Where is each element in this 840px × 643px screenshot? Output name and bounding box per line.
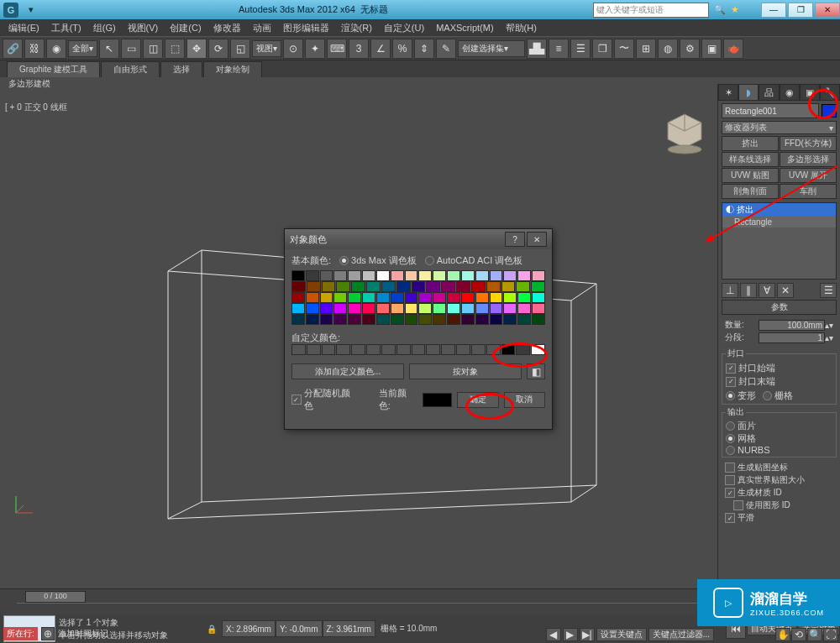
tab-paint[interactable]: 对象绘制 bbox=[203, 61, 262, 77]
color-swatch[interactable] bbox=[447, 303, 460, 314]
color-swatch[interactable] bbox=[320, 292, 333, 303]
viewcube[interactable] bbox=[659, 107, 710, 158]
stack-item-rectangle[interactable]: Rectangle bbox=[722, 217, 836, 227]
setkey-button[interactable]: 设置关键点 bbox=[596, 628, 647, 641]
color-swatch[interactable] bbox=[426, 281, 440, 292]
color-swatch[interactable] bbox=[391, 314, 404, 325]
color-swatch[interactable] bbox=[490, 270, 503, 281]
color-swatch[interactable] bbox=[307, 281, 321, 292]
edit-selset-icon[interactable]: ✎ bbox=[436, 39, 456, 59]
select-name-icon[interactable]: ▭ bbox=[121, 39, 141, 59]
color-swatch[interactable] bbox=[291, 270, 305, 281]
custom-swatch[interactable] bbox=[441, 344, 455, 355]
custom-swatch[interactable] bbox=[456, 344, 470, 355]
color-swatch[interactable] bbox=[320, 303, 333, 314]
color-swatch[interactable] bbox=[412, 281, 426, 292]
zoom-icon[interactable]: 🔍 bbox=[807, 628, 822, 641]
color-swatch[interactable] bbox=[501, 281, 516, 292]
color-swatch[interactable] bbox=[306, 270, 319, 281]
morph-radio[interactable] bbox=[726, 391, 735, 400]
pan-icon[interactable]: ✋ bbox=[775, 628, 790, 641]
schematic-icon[interactable]: ⊞ bbox=[636, 39, 656, 59]
color-swatch[interactable] bbox=[348, 292, 361, 303]
snap-angle-icon[interactable]: ∠ bbox=[370, 39, 391, 59]
color-swatch[interactable] bbox=[333, 292, 347, 303]
custom-swatch[interactable] bbox=[412, 344, 426, 355]
rollout-parameters[interactable]: 参数 bbox=[722, 300, 837, 315]
color-swatch[interactable] bbox=[447, 292, 460, 303]
ref-coord[interactable]: 视图 ▾ bbox=[252, 40, 281, 57]
color-swatch[interactable] bbox=[291, 314, 305, 325]
menu-组(G)[interactable]: 组(G) bbox=[88, 21, 121, 35]
custom-swatch[interactable] bbox=[501, 344, 516, 355]
color-swatch[interactable] bbox=[362, 292, 375, 303]
rotate-icon[interactable]: ⟳ bbox=[208, 39, 228, 59]
modbtn[interactable]: UVW 贴图 bbox=[722, 168, 779, 183]
color-swatch[interactable] bbox=[291, 281, 306, 292]
link-icon[interactable]: 🔗 bbox=[3, 39, 23, 59]
color-swatch[interactable] bbox=[433, 314, 446, 325]
color-swatch[interactable] bbox=[405, 292, 418, 303]
modbtn[interactable]: 挤出 bbox=[722, 136, 779, 151]
custom-swatch[interactable] bbox=[471, 344, 486, 355]
color-swatch[interactable] bbox=[517, 292, 531, 303]
color-swatch[interactable] bbox=[333, 314, 347, 325]
3dsmax-palette-radio[interactable] bbox=[339, 256, 349, 265]
color-swatch[interactable] bbox=[381, 281, 396, 292]
custom-swatch[interactable] bbox=[291, 344, 306, 355]
custom-swatch[interactable] bbox=[366, 344, 381, 355]
color-swatch[interactable] bbox=[362, 314, 375, 325]
tab-freeform[interactable]: 自由形式 bbox=[101, 61, 160, 77]
menu-渲染(R)[interactable]: 渲染(R) bbox=[336, 21, 377, 35]
menu-修改器[interactable]: 修改器 bbox=[208, 21, 246, 35]
modbtn[interactable]: 剖角剖面 bbox=[722, 184, 779, 199]
menu-创建(C)[interactable]: 创建(C) bbox=[165, 21, 206, 35]
color-swatch[interactable] bbox=[376, 303, 390, 314]
color-swatch[interactable] bbox=[418, 270, 432, 281]
color-swatch[interactable] bbox=[396, 281, 411, 292]
menu-图形编辑器[interactable]: 图形编辑器 bbox=[278, 21, 334, 35]
spinner-snap-icon[interactable]: ⇕ bbox=[414, 39, 434, 59]
menu-MAXScript(M)[interactable]: MAXScript(M) bbox=[431, 22, 498, 34]
object-name-field[interactable]: Rectangle001 bbox=[722, 103, 819, 118]
material-editor-icon[interactable]: ◍ bbox=[658, 39, 678, 59]
align-icon[interactable]: ≡ bbox=[549, 39, 569, 59]
color-swatch[interactable] bbox=[418, 292, 432, 303]
mesh-radio[interactable] bbox=[726, 434, 735, 443]
color-swatch[interactable] bbox=[532, 292, 545, 303]
mirror-icon[interactable]: ▟▙ bbox=[527, 39, 547, 59]
patch-radio[interactable] bbox=[726, 421, 735, 431]
custom-swatch[interactable] bbox=[336, 344, 350, 355]
menu-编辑(E)[interactable]: 编辑(E) bbox=[3, 21, 45, 35]
color-swatch[interactable] bbox=[486, 281, 501, 292]
dialog-title-bar[interactable]: 对象颜色 ? ✕ bbox=[285, 229, 552, 249]
time-slider-thumb[interactable]: 0 / 100 bbox=[25, 591, 86, 603]
color-swatch[interactable] bbox=[532, 303, 545, 314]
color-swatch[interactable] bbox=[376, 292, 390, 303]
keyfilter-button[interactable]: 关键点过滤器... bbox=[648, 628, 714, 641]
color-swatch[interactable] bbox=[475, 303, 489, 314]
move-icon[interactable]: ✥ bbox=[186, 39, 207, 59]
custom-swatch[interactable] bbox=[486, 344, 501, 355]
color-swatch[interactable] bbox=[348, 314, 361, 325]
maximize-button[interactable]: ❐ bbox=[788, 3, 813, 18]
color-swatch[interactable] bbox=[291, 303, 305, 314]
play-icon[interactable]: ▶ bbox=[563, 628, 578, 641]
menu-视图(V)[interactable]: 视图(V) bbox=[123, 21, 164, 35]
manip-icon[interactable]: ✦ bbox=[305, 39, 325, 59]
color-swatch[interactable] bbox=[306, 314, 319, 325]
amount-spinner[interactable]: 100.0mm bbox=[759, 320, 825, 331]
color-swatch[interactable] bbox=[336, 281, 350, 292]
color-swatch[interactable] bbox=[348, 303, 361, 314]
color-swatch[interactable] bbox=[461, 303, 475, 314]
color-swatch[interactable] bbox=[532, 314, 545, 325]
active-color-icon[interactable]: ◧ bbox=[527, 363, 545, 379]
realworld-checkbox[interactable] bbox=[725, 475, 735, 485]
grid-radio[interactable] bbox=[763, 391, 772, 400]
selection-filter[interactable]: 全部 ▾ bbox=[68, 40, 97, 57]
select-icon[interactable]: ↖ bbox=[99, 39, 119, 59]
add-timetag-icon[interactable]: ⊕ bbox=[41, 627, 55, 640]
by-object-button[interactable]: 按对象 bbox=[409, 363, 522, 379]
current-color-swatch[interactable] bbox=[423, 393, 452, 407]
color-swatch[interactable] bbox=[391, 303, 404, 314]
